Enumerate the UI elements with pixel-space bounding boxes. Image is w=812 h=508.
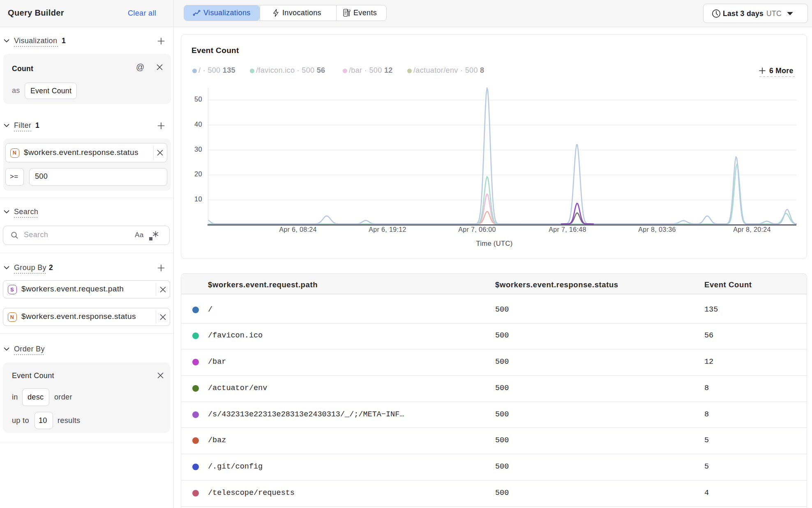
svg-text:Apr 7, 16:48: Apr 7, 16:48 (549, 226, 586, 233)
svg-text:Apr 7, 06:00: Apr 7, 06:00 (458, 226, 496, 233)
svg-text:20: 20 (194, 170, 202, 178)
svg-text:10: 10 (194, 195, 202, 203)
svg-text:50: 50 (194, 95, 202, 103)
svg-text:Time (UTC): Time (UTC) (476, 240, 512, 247)
svg-text:Apr 6, 19:12: Apr 6, 19:12 (369, 226, 406, 233)
svg-text:40: 40 (194, 120, 202, 128)
svg-text:30: 30 (194, 145, 202, 153)
svg-text:Apr 8, 03:36: Apr 8, 03:36 (638, 226, 676, 233)
svg-text:Apr 8, 20:24: Apr 8, 20:24 (733, 226, 770, 233)
svg-text:Apr 6, 08:24: Apr 6, 08:24 (279, 226, 316, 233)
